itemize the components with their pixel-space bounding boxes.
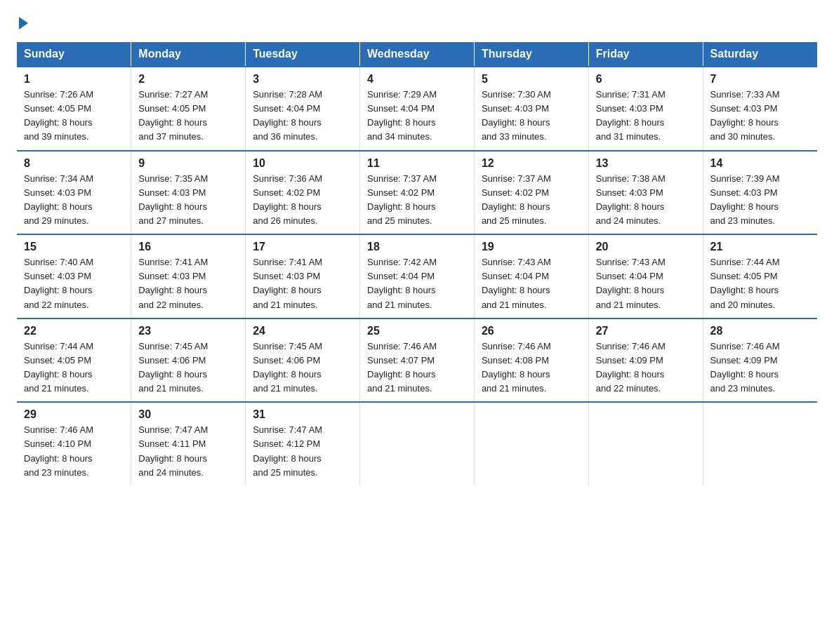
calendar-cell: 28Sunrise: 7:46 AM Sunset: 4:09 PM Dayli… xyxy=(703,318,817,403)
calendar-cell: 18Sunrise: 7:42 AM Sunset: 4:04 PM Dayli… xyxy=(360,234,475,318)
day-info: Sunrise: 7:26 AM Sunset: 4:05 PM Dayligh… xyxy=(24,88,124,145)
calendar-cell: 24Sunrise: 7:45 AM Sunset: 4:06 PM Dayli… xyxy=(246,318,360,403)
calendar-cell: 30Sunrise: 7:47 AM Sunset: 4:11 PM Dayli… xyxy=(131,402,246,485)
calendar-cell: 4Sunrise: 7:29 AM Sunset: 4:04 PM Daylig… xyxy=(360,67,475,151)
calendar-cell: 8Sunrise: 7:34 AM Sunset: 4:03 PM Daylig… xyxy=(17,151,131,235)
day-info: Sunrise: 7:44 AM Sunset: 4:05 PM Dayligh… xyxy=(710,255,810,312)
calendar-cell xyxy=(474,402,588,485)
calendar-table: SundayMondayTuesdayWednesdayThursdayFrid… xyxy=(17,42,817,485)
day-info: Sunrise: 7:46 AM Sunset: 4:08 PM Dayligh… xyxy=(482,340,581,396)
day-number: 25 xyxy=(367,325,467,337)
col-header-friday: Friday xyxy=(588,42,703,67)
day-number: 29 xyxy=(24,408,124,421)
day-info: Sunrise: 7:30 AM Sunset: 4:03 PM Dayligh… xyxy=(482,88,581,145)
calendar-cell: 16Sunrise: 7:41 AM Sunset: 4:03 PM Dayli… xyxy=(131,234,246,318)
day-number: 8 xyxy=(24,157,124,170)
day-number: 23 xyxy=(138,325,238,337)
day-number: 24 xyxy=(253,325,352,337)
day-number: 3 xyxy=(253,73,352,86)
day-info: Sunrise: 7:46 AM Sunset: 4:09 PM Dayligh… xyxy=(596,340,696,396)
day-number: 11 xyxy=(367,157,467,170)
calendar-cell: 22Sunrise: 7:44 AM Sunset: 4:05 PM Dayli… xyxy=(17,318,131,403)
day-number: 17 xyxy=(253,241,352,253)
day-info: Sunrise: 7:46 AM Sunset: 4:09 PM Dayligh… xyxy=(710,340,810,396)
calendar-cell: 26Sunrise: 7:46 AM Sunset: 4:08 PM Dayli… xyxy=(474,318,588,403)
day-info: Sunrise: 7:41 AM Sunset: 4:03 PM Dayligh… xyxy=(138,255,238,312)
day-number: 16 xyxy=(138,241,238,253)
day-number: 7 xyxy=(710,73,810,86)
day-number: 4 xyxy=(367,73,467,86)
calendar-cell: 10Sunrise: 7:36 AM Sunset: 4:02 PM Dayli… xyxy=(246,151,360,235)
day-info: Sunrise: 7:46 AM Sunset: 4:07 PM Dayligh… xyxy=(367,340,467,396)
col-header-thursday: Thursday xyxy=(474,42,588,67)
day-number: 12 xyxy=(482,157,581,170)
calendar-cell: 13Sunrise: 7:38 AM Sunset: 4:03 PM Dayli… xyxy=(588,151,703,235)
day-info: Sunrise: 7:28 AM Sunset: 4:04 PM Dayligh… xyxy=(253,88,352,145)
day-number: 2 xyxy=(138,73,238,86)
day-info: Sunrise: 7:42 AM Sunset: 4:04 PM Dayligh… xyxy=(367,255,467,312)
calendar-cell: 1Sunrise: 7:26 AM Sunset: 4:05 PM Daylig… xyxy=(17,67,131,151)
day-info: Sunrise: 7:40 AM Sunset: 4:03 PM Dayligh… xyxy=(24,255,124,312)
calendar-cell: 2Sunrise: 7:27 AM Sunset: 4:05 PM Daylig… xyxy=(131,67,246,151)
calendar-cell: 19Sunrise: 7:43 AM Sunset: 4:04 PM Dayli… xyxy=(474,234,588,318)
calendar-cell: 7Sunrise: 7:33 AM Sunset: 4:03 PM Daylig… xyxy=(703,67,817,151)
day-number: 20 xyxy=(596,241,696,253)
calendar-cell xyxy=(360,402,475,485)
day-number: 13 xyxy=(596,157,696,170)
day-info: Sunrise: 7:46 AM Sunset: 4:10 PM Dayligh… xyxy=(24,423,124,480)
day-info: Sunrise: 7:41 AM Sunset: 4:03 PM Dayligh… xyxy=(253,255,352,312)
calendar-cell: 29Sunrise: 7:46 AM Sunset: 4:10 PM Dayli… xyxy=(17,402,131,485)
day-info: Sunrise: 7:43 AM Sunset: 4:04 PM Dayligh… xyxy=(482,255,581,312)
calendar-cell: 27Sunrise: 7:46 AM Sunset: 4:09 PM Dayli… xyxy=(588,318,703,403)
day-info: Sunrise: 7:45 AM Sunset: 4:06 PM Dayligh… xyxy=(138,340,238,396)
calendar-cell: 23Sunrise: 7:45 AM Sunset: 4:06 PM Dayli… xyxy=(131,318,246,403)
day-number: 1 xyxy=(24,73,124,86)
day-info: Sunrise: 7:39 AM Sunset: 4:03 PM Dayligh… xyxy=(710,172,810,229)
calendar-cell: 11Sunrise: 7:37 AM Sunset: 4:02 PM Dayli… xyxy=(360,151,475,235)
day-number: 9 xyxy=(138,157,238,170)
day-info: Sunrise: 7:27 AM Sunset: 4:05 PM Dayligh… xyxy=(138,88,238,145)
day-number: 6 xyxy=(596,73,696,86)
day-number: 21 xyxy=(710,241,810,253)
day-number: 18 xyxy=(367,241,467,253)
day-info: Sunrise: 7:35 AM Sunset: 4:03 PM Dayligh… xyxy=(138,172,238,229)
calendar-cell xyxy=(703,402,817,485)
logo-triangle-icon xyxy=(19,17,28,29)
calendar-cell: 5Sunrise: 7:30 AM Sunset: 4:03 PM Daylig… xyxy=(474,67,588,151)
day-info: Sunrise: 7:33 AM Sunset: 4:03 PM Dayligh… xyxy=(710,88,810,145)
calendar-cell: 12Sunrise: 7:37 AM Sunset: 4:02 PM Dayli… xyxy=(474,151,588,235)
calendar-cell: 17Sunrise: 7:41 AM Sunset: 4:03 PM Dayli… xyxy=(246,234,360,318)
calendar-cell: 3Sunrise: 7:28 AM Sunset: 4:04 PM Daylig… xyxy=(246,67,360,151)
day-info: Sunrise: 7:45 AM Sunset: 4:06 PM Dayligh… xyxy=(253,340,352,396)
calendar-cell: 15Sunrise: 7:40 AM Sunset: 4:03 PM Dayli… xyxy=(17,234,131,318)
calendar-cell xyxy=(588,402,703,485)
col-header-tuesday: Tuesday xyxy=(246,42,360,67)
day-number: 19 xyxy=(482,241,581,253)
day-number: 31 xyxy=(253,408,352,421)
day-info: Sunrise: 7:36 AM Sunset: 4:02 PM Dayligh… xyxy=(253,172,352,229)
calendar-cell: 9Sunrise: 7:35 AM Sunset: 4:03 PM Daylig… xyxy=(131,151,246,235)
day-info: Sunrise: 7:47 AM Sunset: 4:12 PM Dayligh… xyxy=(253,423,352,480)
col-header-sunday: Sunday xyxy=(17,42,131,67)
day-info: Sunrise: 7:43 AM Sunset: 4:04 PM Dayligh… xyxy=(596,255,696,312)
day-info: Sunrise: 7:37 AM Sunset: 4:02 PM Dayligh… xyxy=(367,172,467,229)
calendar-cell: 31Sunrise: 7:47 AM Sunset: 4:12 PM Dayli… xyxy=(246,402,360,485)
day-info: Sunrise: 7:29 AM Sunset: 4:04 PM Dayligh… xyxy=(367,88,467,145)
day-number: 30 xyxy=(138,408,238,421)
calendar-cell: 20Sunrise: 7:43 AM Sunset: 4:04 PM Dayli… xyxy=(588,234,703,318)
day-info: Sunrise: 7:34 AM Sunset: 4:03 PM Dayligh… xyxy=(24,172,124,229)
day-number: 22 xyxy=(24,325,124,337)
col-header-saturday: Saturday xyxy=(703,42,817,67)
day-info: Sunrise: 7:31 AM Sunset: 4:03 PM Dayligh… xyxy=(596,88,696,145)
calendar-cell: 21Sunrise: 7:44 AM Sunset: 4:05 PM Dayli… xyxy=(703,234,817,318)
day-number: 26 xyxy=(482,325,581,337)
col-header-wednesday: Wednesday xyxy=(360,42,475,67)
day-number: 28 xyxy=(710,325,810,337)
col-header-monday: Monday xyxy=(131,42,246,67)
calendar-cell: 14Sunrise: 7:39 AM Sunset: 4:03 PM Dayli… xyxy=(703,151,817,235)
day-info: Sunrise: 7:44 AM Sunset: 4:05 PM Dayligh… xyxy=(24,340,124,396)
day-info: Sunrise: 7:38 AM Sunset: 4:03 PM Dayligh… xyxy=(596,172,696,229)
calendar-cell: 6Sunrise: 7:31 AM Sunset: 4:03 PM Daylig… xyxy=(588,67,703,151)
calendar-cell: 25Sunrise: 7:46 AM Sunset: 4:07 PM Dayli… xyxy=(360,318,475,403)
page-header xyxy=(17,17,817,31)
